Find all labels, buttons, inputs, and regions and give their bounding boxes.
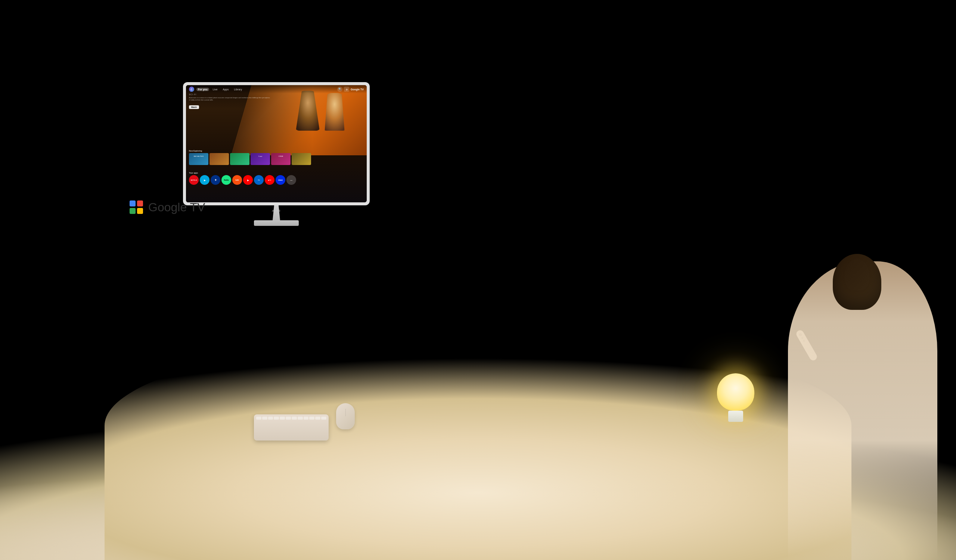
monitor-screen: C For you Live Apps Library 🔍 ⚙ Google T… xyxy=(186,85,367,202)
gtv-nav-for-you[interactable]: For you xyxy=(197,88,209,91)
astronaut-left xyxy=(293,91,322,131)
gtv-brand-label: Google TV xyxy=(351,88,364,91)
svg-rect-0 xyxy=(130,201,135,207)
svg-rect-1 xyxy=(137,201,143,207)
gtv-app-netflix[interactable]: NETFLIX xyxy=(189,175,199,185)
gtv-card-1[interactable]: BACHALPSEE xyxy=(189,153,208,165)
monitor: ASUS C For you Live Apps Library xyxy=(183,82,370,226)
gtv-card-4-label: Coast xyxy=(251,155,270,158)
gtv-hero-description: Astronauts on a mission to a distant pla… xyxy=(189,97,270,101)
gtv-app-tubi[interactable]: tubi xyxy=(232,175,242,185)
gtv-settings-button[interactable]: ⚙ xyxy=(344,86,349,92)
monitor-stand-base xyxy=(254,220,299,226)
gtv-app-youtube[interactable]: ▶ xyxy=(243,175,253,185)
gtv-nav-right: 🔍 ⚙ Google TV xyxy=(337,86,364,92)
google-tv-logo-container: Google TV xyxy=(129,200,205,215)
gtv-app-hulu[interactable]: hulu xyxy=(222,175,231,185)
gtv-card-2[interactable] xyxy=(209,153,229,165)
gtv-nav-apps[interactable]: Apps xyxy=(222,88,230,91)
svg-rect-2 xyxy=(130,208,135,214)
google-tv-logo-text: Google TV xyxy=(148,201,205,214)
gtv-card-1-label: BACHALPSEE xyxy=(189,155,208,158)
gtv-card-3[interactable] xyxy=(230,153,250,165)
monitor-stand-neck xyxy=(269,205,284,220)
gtv-app-more[interactable]: ⋯ xyxy=(286,175,296,185)
gtv-now-exploring-section: Now Exploring BACHALPSEE Coast CRIME xyxy=(189,150,364,165)
gtv-app-prime[interactable]: ▶ xyxy=(200,175,209,185)
gtv-genre-label: Sci-fi xyxy=(189,93,270,96)
astronaut-right xyxy=(321,93,349,131)
gtv-your-apps-section: Your apps NETFLIX ▶ ✦ hulu tubi ▶ TV ▶TV… xyxy=(189,172,364,185)
keyboard xyxy=(254,414,329,441)
gtv-app-freetv[interactable]: TV xyxy=(254,175,264,185)
gtv-app-max[interactable]: max xyxy=(275,175,285,185)
gtv-hero-text: Sci-fi Astronauts on a mission to a dist… xyxy=(189,93,270,110)
gtv-app-disney[interactable]: ✦ xyxy=(211,175,220,185)
astronaut-container xyxy=(285,88,360,131)
gtv-navbar: C For you Live Apps Library 🔍 ⚙ Google T… xyxy=(186,85,367,93)
gtv-card-6[interactable] xyxy=(292,153,311,165)
monitor-screen-outer: ASUS C For you Live Apps Library xyxy=(183,82,370,205)
gtv-watch-button[interactable]: Watch xyxy=(189,105,199,109)
gtv-now-exploring-title: Now Exploring xyxy=(189,150,364,152)
person-head xyxy=(833,254,881,310)
gtv-your-apps-title: Your apps xyxy=(189,172,364,174)
gtv-card-4[interactable]: Coast xyxy=(251,153,270,165)
gtv-now-exploring-row: BACHALPSEE Coast CRIME xyxy=(189,153,364,165)
gtv-apps-row: NETFLIX ▶ ✦ hulu tubi ▶ TV ▶TV max ⋯ xyxy=(189,175,364,185)
google-tv-logo-icon xyxy=(129,200,144,215)
gtv-nav-live[interactable]: Live xyxy=(211,88,219,91)
gtv-search-button[interactable]: 🔍 xyxy=(337,86,343,92)
gtv-app-youtube-tv[interactable]: ▶TV xyxy=(265,175,275,185)
person-container xyxy=(695,187,956,560)
gtv-card-5[interactable]: CRIME xyxy=(271,153,291,165)
gtv-nav-library[interactable]: Library xyxy=(232,88,243,91)
mouse xyxy=(336,403,355,429)
gtv-card-5-label: CRIME xyxy=(271,155,291,158)
svg-rect-3 xyxy=(137,208,143,214)
gtv-avatar[interactable]: C xyxy=(189,86,194,92)
